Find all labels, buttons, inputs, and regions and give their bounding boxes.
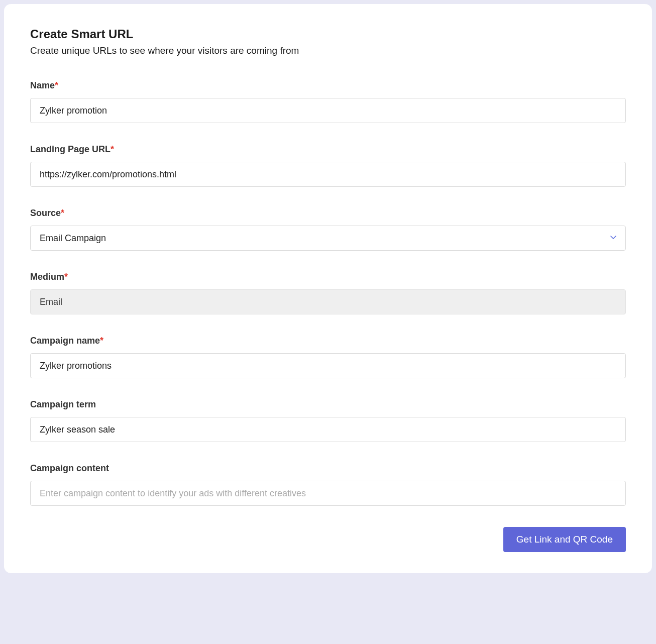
- field-group-landing-page-url: Landing Page URL*: [30, 144, 626, 187]
- medium-label-text: Medium: [30, 272, 64, 282]
- landing-page-url-label-text: Landing Page URL: [30, 144, 111, 154]
- campaign-name-label: Campaign name*: [30, 336, 626, 346]
- source-select-value: Email Campaign: [40, 233, 106, 244]
- field-group-campaign-term: Campaign term: [30, 399, 626, 442]
- actions-row: Get Link and QR Code: [30, 527, 626, 552]
- source-select[interactable]: Email Campaign: [30, 226, 626, 251]
- campaign-content-label-text: Campaign content: [30, 463, 109, 473]
- field-group-name: Name*: [30, 80, 626, 123]
- source-label: Source*: [30, 208, 626, 219]
- campaign-term-label-text: Campaign term: [30, 399, 96, 409]
- name-label-text: Name: [30, 80, 55, 90]
- source-select-wrapper: Email Campaign: [30, 226, 626, 251]
- campaign-content-label: Campaign content: [30, 463, 626, 474]
- page-title: Create Smart URL: [30, 27, 626, 41]
- field-group-source: Source* Email Campaign: [30, 208, 626, 251]
- name-input[interactable]: [30, 98, 626, 123]
- campaign-term-label: Campaign term: [30, 399, 626, 410]
- field-group-campaign-content: Campaign content: [30, 463, 626, 506]
- campaign-name-label-text: Campaign name: [30, 336, 100, 346]
- get-link-and-qr-code-button[interactable]: Get Link and QR Code: [503, 527, 626, 552]
- required-asterisk: *: [61, 208, 64, 218]
- landing-page-url-input[interactable]: [30, 162, 626, 187]
- campaign-content-input[interactable]: [30, 481, 626, 506]
- campaign-term-input[interactable]: [30, 417, 626, 442]
- medium-input: [30, 289, 626, 314]
- required-asterisk: *: [64, 272, 68, 282]
- field-group-medium: Medium*: [30, 272, 626, 314]
- name-label: Name*: [30, 80, 626, 91]
- field-group-campaign-name: Campaign name*: [30, 336, 626, 378]
- required-asterisk: *: [55, 80, 58, 90]
- landing-page-url-label: Landing Page URL*: [30, 144, 626, 155]
- page-subtitle: Create unique URLs to see where your vis…: [30, 45, 626, 56]
- create-smart-url-panel: Create Smart URL Create unique URLs to s…: [4, 4, 652, 573]
- required-asterisk: *: [100, 336, 103, 346]
- campaign-name-input[interactable]: [30, 353, 626, 378]
- medium-label: Medium*: [30, 272, 626, 282]
- required-asterisk: *: [111, 144, 114, 154]
- source-label-text: Source: [30, 208, 61, 218]
